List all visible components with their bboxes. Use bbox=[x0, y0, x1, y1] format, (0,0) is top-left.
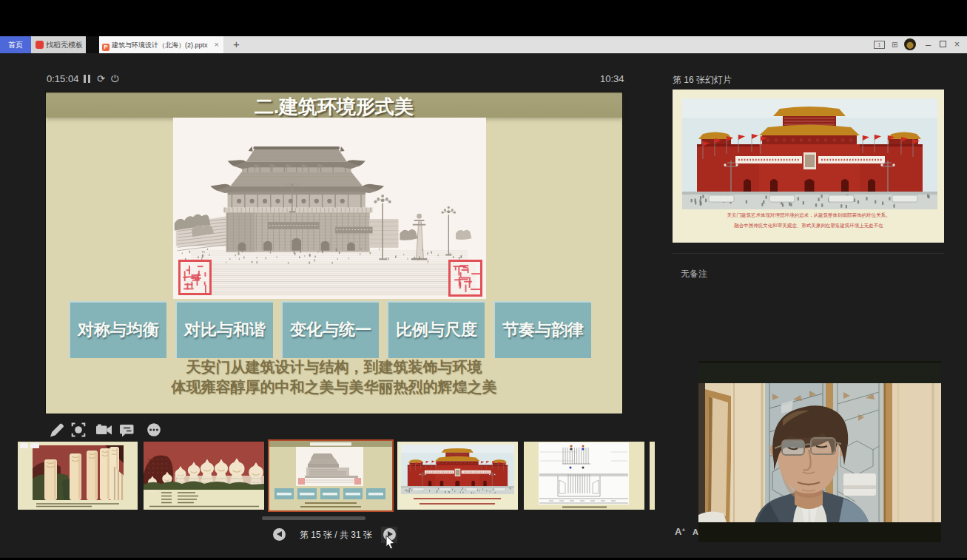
svg-text:天安门建筑艺术体现对理想环境的追求，从建筑整体到细部装饰的对: 天安门建筑艺术体现对理想环境的追求，从建筑整体到细部装饰的对位关系。 bbox=[727, 212, 891, 218]
svg-text:融合中国传统文化和审美观念、形式美原则在塑造建筑环境上无处不: 融合中国传统文化和审美观念、形式美原则在塑造建筑环境上无处不在 bbox=[734, 223, 883, 229]
